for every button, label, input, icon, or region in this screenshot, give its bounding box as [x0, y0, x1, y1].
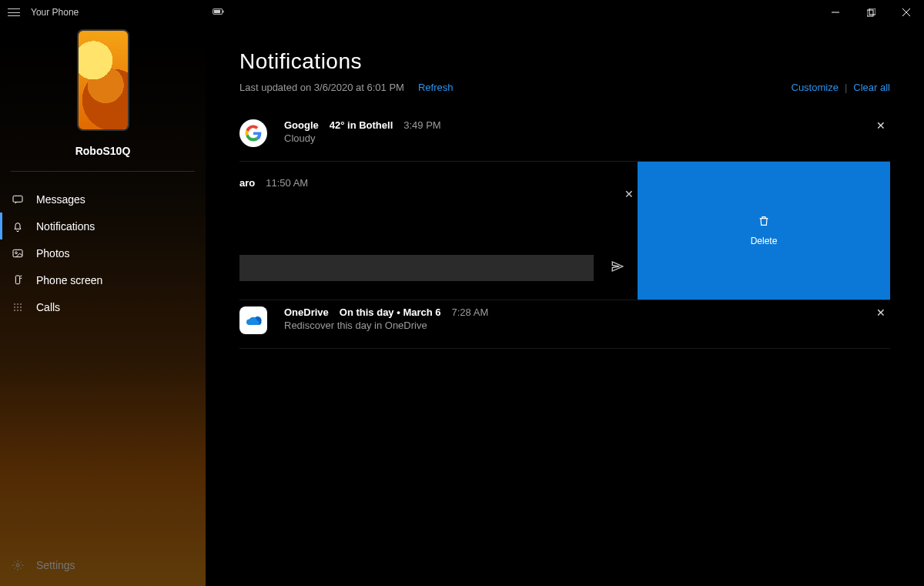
- close-button[interactable]: [889, 0, 924, 25]
- delete-label: Delete: [751, 236, 778, 246]
- sidebar-item-settings[interactable]: Settings: [0, 551, 206, 578]
- page-title: Notifications: [239, 49, 890, 74]
- sidebar-item-label: Phone screen: [36, 274, 102, 286]
- svg-rect-2: [214, 10, 220, 13]
- hamburger-icon[interactable]: [8, 8, 20, 16]
- svg-rect-11: [15, 276, 19, 284]
- photos-icon: [11, 247, 25, 260]
- svg-point-10: [15, 252, 18, 254]
- maximize-button[interactable]: [853, 0, 889, 25]
- device-name: RoboS10Q: [0, 145, 206, 157]
- send-icon[interactable]: [611, 260, 624, 276]
- svg-point-17: [20, 306, 21, 307]
- svg-point-12: [14, 303, 15, 304]
- notification-subtitle: Cloudy: [284, 132, 872, 144]
- svg-point-13: [17, 303, 18, 304]
- refresh-link[interactable]: Refresh: [418, 82, 454, 93]
- google-icon: [239, 119, 267, 147]
- dismiss-notification-button[interactable]: ✕: [872, 119, 890, 132]
- gear-icon: [11, 559, 25, 571]
- notification-app-name: Google: [284, 119, 319, 131]
- sidebar-item-label: Photos: [36, 247, 70, 260]
- sidebar-item-photos[interactable]: Photos: [0, 239, 206, 266]
- sidebar-divider: [11, 171, 195, 172]
- svg-point-20: [20, 310, 21, 310]
- svg-rect-1: [223, 10, 224, 12]
- title-bar: Your Phone: [0, 0, 924, 25]
- notification-app-name: aro: [239, 177, 255, 189]
- svg-point-19: [17, 310, 18, 310]
- phone-screen-icon: [11, 274, 25, 286]
- notification-time: 3:49 PM: [403, 119, 440, 131]
- sidebar: RoboS10Q Messages Notifications Photos P…: [0, 25, 206, 586]
- battery-icon: [213, 5, 225, 20]
- sidebar-item-label: Notifications: [36, 220, 95, 233]
- sidebar-item-calls[interactable]: Calls: [0, 293, 206, 320]
- notification-title: On this day • March 6: [340, 306, 441, 318]
- svg-rect-8: [13, 196, 22, 202]
- notification-title: 42° in Bothell: [330, 119, 393, 131]
- messages-icon: [11, 193, 25, 206]
- notification-subtitle: Rediscover this day in OneDrive: [284, 320, 872, 331]
- window-title: Your Phone: [31, 7, 79, 18]
- notification-item-swiped[interactable]: aro 11:50 AM ✕ Delete: [239, 162, 890, 300]
- customize-link[interactable]: Customize: [792, 82, 839, 93]
- last-updated-text: Last updated on 3/6/2020 at 6:01 PM: [239, 82, 404, 93]
- clear-all-link[interactable]: Clear all: [853, 82, 890, 93]
- notification-time: 11:50 AM: [266, 177, 308, 189]
- sidebar-item-messages[interactable]: Messages: [0, 186, 206, 213]
- svg-rect-5: [869, 8, 875, 15]
- content-area: Notifications Last updated on 3/6/2020 a…: [206, 25, 924, 586]
- notification-time: 7:28 AM: [452, 306, 489, 318]
- dialpad-icon: [11, 301, 25, 313]
- notification-item[interactable]: Google 42° in Bothell 3:49 PM Cloudy ✕: [239, 113, 890, 162]
- device-thumbnail[interactable]: [77, 29, 129, 131]
- svg-point-21: [16, 564, 19, 567]
- minimize-button[interactable]: [818, 0, 853, 25]
- svg-point-14: [20, 303, 21, 304]
- bell-icon: [11, 220, 25, 233]
- sidebar-item-label: Settings: [36, 559, 75, 571]
- svg-point-15: [14, 306, 15, 307]
- onedrive-icon: [239, 306, 267, 334]
- sidebar-item-label: Calls: [36, 301, 60, 313]
- trash-icon: [758, 215, 770, 229]
- delete-panel[interactable]: Delete: [638, 162, 890, 300]
- svg-point-18: [14, 310, 15, 310]
- sidebar-item-notifications[interactable]: Notifications: [0, 213, 206, 239]
- svg-point-16: [17, 306, 18, 307]
- svg-rect-4: [867, 10, 873, 16]
- reply-input[interactable]: [239, 255, 594, 281]
- dismiss-notification-button[interactable]: ✕: [872, 306, 890, 319]
- dismiss-notification-button[interactable]: ✕: [624, 188, 634, 200]
- notification-app-name: OneDrive: [284, 306, 329, 318]
- notification-item[interactable]: OneDrive On this day • March 6 7:28 AM R…: [239, 300, 890, 349]
- sidebar-item-label: Messages: [36, 193, 85, 206]
- separator: |: [845, 82, 847, 93]
- sidebar-item-phone-screen[interactable]: Phone screen: [0, 266, 206, 293]
